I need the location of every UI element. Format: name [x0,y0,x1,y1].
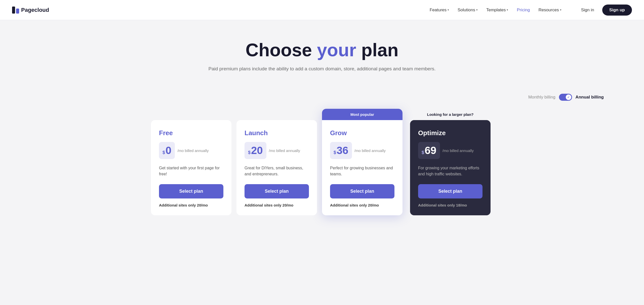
plan-desc-grow: Perfect for growing businesses and teams… [330,165,394,177]
nav-solutions[interactable]: Solutions ▾ [454,6,481,15]
monthly-billing-label: Monthly billing [528,95,555,100]
logo[interactable]: Pagecloud [12,7,49,14]
price-period-grow: /mo billed annually [354,148,386,153]
plan-card-launch: Launch $ 20 /mo billed annually Great fo… [236,120,317,215]
price-badge-optimize: $ 69 [418,142,440,159]
plan-price-row-optimize: $ 69 /mo billed annually [418,142,482,159]
plan-desc-free: Get started with your first page for fre… [159,165,223,177]
svg-rect-0 [12,7,15,14]
plan-footer-free: Additional sites only 20/mo [159,203,223,207]
logo-text: Pagecloud [21,7,49,13]
plan-price-row-grow: $ 36 /mo billed annually [330,142,394,159]
plan-card-grow-wrapper: Most popular Grow $ 36 /mo billed annual… [322,109,403,215]
billing-toggle-row: Monthly billing ✓ Annual billing [0,94,644,101]
plan-name-launch: Launch [245,129,309,137]
price-period-launch: /mo billed annually [269,148,300,153]
plan-price-row-launch: $ 20 /mo billed annually [245,142,309,159]
nav-pricing[interactable]: Pricing [513,6,533,15]
select-plan-grow[interactable]: Select plan [330,184,394,198]
select-plan-optimize[interactable]: Select plan [418,184,482,198]
hero-subtitle: Paid premium plans include the ability t… [6,66,638,72]
plan-card-optimize-wrapper: Looking for a larger plan? Optimize $ 69… [408,112,493,215]
signin-button[interactable]: Sign in [577,6,598,15]
price-badge-free: $ 0 [159,142,175,159]
price-period-optimize: /mo billed annually [442,148,474,153]
plan-footer-grow: Additional sites only 20/mo [330,203,394,207]
nav-actions: Sign in Sign up [577,5,632,16]
nav-resources[interactable]: Resources ▾ [535,6,565,15]
svg-rect-1 [16,9,19,14]
plan-desc-optimize: For growing your marketing efforts and h… [418,165,482,177]
price-badge-launch: $ 20 [245,142,266,159]
select-plan-free[interactable]: Select plan [159,184,223,198]
larger-plan-label: Looking for a larger plan? [408,112,493,120]
toggle-thumb: ✓ [566,94,571,100]
signup-button[interactable]: Sign up [602,5,632,16]
nav-links: Features ▾ Solutions ▾ Templates ▾ Prici… [426,6,565,15]
plan-footer-launch: Additional sites only 20/mo [245,203,309,207]
plan-desc-launch: Great for DIYers, small business, and en… [245,165,309,177]
price-period-free: /mo billed annually [177,148,209,153]
nav-templates[interactable]: Templates ▾ [483,6,512,15]
hero-title: Choose your plan [6,40,638,60]
chevron-down-icon: ▾ [448,8,449,12]
nav-features[interactable]: Features ▾ [426,6,453,15]
navbar: Pagecloud Features ▾ Solutions ▾ Templat… [0,0,644,20]
billing-toggle[interactable]: ✓ [559,94,572,101]
plan-card-grow: Grow $ 36 /mo billed annually Perfect fo… [322,120,403,215]
plan-card-optimize: Optimize $ 69 /mo billed annually For gr… [410,120,491,215]
logo-icon [12,7,19,14]
chevron-down-icon: ▾ [560,8,561,12]
plan-footer-optimize: Additional sites only 18/mo [418,203,482,207]
pricing-section: Free $ 0 /mo billed annually Get started… [0,109,644,235]
plan-name-grow: Grow [330,129,394,137]
select-plan-launch[interactable]: Select plan [245,184,309,198]
plan-price-row-free: $ 0 /mo billed annually [159,142,223,159]
chevron-down-icon: ▾ [476,8,478,12]
chevron-down-icon: ▾ [507,8,508,12]
plan-name-optimize: Optimize [418,129,482,137]
plan-name-free: Free [159,129,223,137]
popular-badge: Most popular [322,109,403,120]
hero-section: Choose your plan Paid premium plans incl… [0,20,644,94]
plan-card-free: Free $ 0 /mo billed annually Get started… [151,120,231,215]
annual-billing-label: Annual billing [576,95,604,100]
price-badge-grow: $ 36 [330,142,352,159]
